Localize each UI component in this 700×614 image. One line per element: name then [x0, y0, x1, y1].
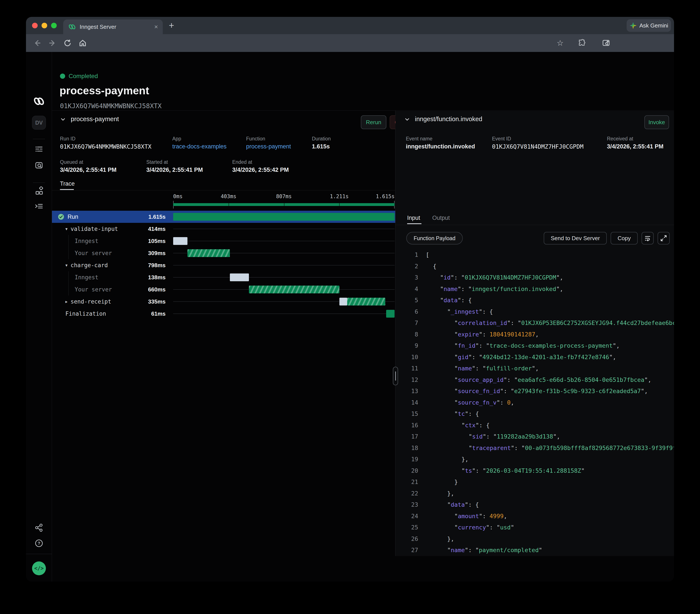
close-window-button[interactable]	[32, 23, 38, 28]
back-button[interactable]	[31, 34, 43, 52]
sidebar-item-apps[interactable]	[26, 187, 52, 195]
invoke-button[interactable]: Invoke	[645, 115, 669, 129]
code-line: 15"tc": {	[396, 409, 674, 421]
run-section-title: process-payment	[71, 116, 119, 123]
share-button[interactable]	[26, 523, 52, 532]
event-name-value: inngest/function.invoked	[406, 143, 475, 150]
line-number: 25	[400, 524, 418, 531]
field-label: Ended at	[232, 159, 252, 165]
trace-row-inngest[interactable]: Inngest105ms	[52, 235, 395, 247]
line-number: 1	[400, 252, 418, 258]
new-tab-button[interactable]: +	[169, 22, 174, 29]
trace-step-bars	[173, 271, 395, 283]
bookmark-button[interactable]: ☆	[554, 34, 566, 52]
home-button[interactable]	[77, 34, 89, 52]
run-status: Completed	[60, 73, 98, 80]
inngest-app: DV	[26, 52, 674, 581]
trace-row-inngest[interactable]: Inngest138ms	[52, 271, 395, 283]
function-link[interactable]: process-payment	[246, 143, 291, 150]
copy-button[interactable]: Copy	[611, 232, 638, 244]
word-wrap-button[interactable]	[641, 232, 654, 244]
line-number: 12	[400, 376, 418, 383]
axis-tick: 0ms	[173, 193, 183, 200]
line-number: 8	[400, 331, 418, 338]
event-section-header[interactable]: inngest/function.invoked	[404, 116, 482, 123]
sidebar-item-events[interactable]	[26, 161, 52, 170]
reload-button[interactable]	[61, 34, 74, 52]
rerun-button[interactable]: Rerun	[361, 115, 386, 129]
browser-window: Inngest Server × + Ask Gemini	[26, 17, 674, 581]
code-line: 4"name": "inngest/function.invoked",	[396, 284, 674, 296]
code-line: 21}	[396, 477, 674, 489]
trace-row-charge-card[interactable]: ▾charge-card798ms	[52, 259, 395, 271]
sidebar-item-runs[interactable]	[26, 144, 52, 154]
workspace-badge-label: DV	[32, 116, 46, 130]
code-line: 18"traceparent": "00-a073fb598bfff8af829…	[396, 443, 674, 455]
extensions-button[interactable]	[576, 34, 588, 52]
minimize-window-button[interactable]	[41, 23, 47, 28]
workspace-badge[interactable]: DV	[26, 116, 52, 130]
sidebar: DV	[26, 52, 52, 581]
share-icon	[34, 523, 43, 532]
line-number: 16	[400, 422, 418, 428]
run-detail-panel: process-payment Rerun Cancel Run ID 01KJ…	[52, 110, 395, 556]
line-number: 22	[400, 490, 418, 497]
line-number: 7	[400, 320, 418, 326]
code-line: 11"name": "fulfill-order",	[396, 364, 674, 375]
code-line: 12"source_app_id": "eea6afc5-e66d-5b26-8…	[396, 375, 674, 387]
trace-row-finalization[interactable]: Finalization61ms	[52, 308, 395, 320]
trace-step-duration: 798ms	[52, 259, 166, 271]
apps-icon	[34, 187, 43, 195]
help-button[interactable]: ?	[26, 539, 52, 548]
panel-resize-handle[interactable]	[393, 367, 398, 385]
trace-step-duration: 61ms	[52, 308, 166, 320]
trace-row-your-server[interactable]: Your server660ms	[52, 283, 395, 295]
browser-tab[interactable]: Inngest Server ×	[63, 20, 163, 34]
home-icon	[78, 39, 87, 47]
trace-step-bars	[173, 295, 395, 308]
trace-minimap[interactable]	[173, 201, 395, 208]
close-tab-icon[interactable]: ×	[154, 24, 158, 30]
sidebar-item-stream[interactable]	[26, 202, 52, 211]
payload-code: 1[2{3"id": "01KJX6Q7V81N4DMZ7HFJ0CGPDM",…	[396, 250, 674, 556]
side-search-button[interactable]	[600, 34, 612, 52]
inngest-logo[interactable]	[26, 97, 52, 106]
line-number: 27	[400, 547, 418, 553]
line-number: 24	[400, 513, 418, 520]
trace-row-run[interactable]: Run1.615s	[52, 211, 395, 223]
function-payload-chip[interactable]: Function Payload	[406, 232, 463, 244]
trace-axis: 0ms 403ms 807ms 1.211s 1.615s	[173, 193, 395, 200]
trace-tab-underline	[60, 189, 74, 190]
send-to-dev-server-button[interactable]: Send to Dev Server	[544, 232, 607, 244]
started-at-value: 3/4/2026, 2:55:41 PM	[146, 167, 203, 173]
ask-gemini-button[interactable]: Ask Gemini	[627, 19, 671, 32]
maximize-window-button[interactable]	[51, 23, 57, 28]
trace-row-your-server[interactable]: Your server309ms	[52, 247, 395, 259]
field-label: Run ID	[60, 136, 76, 142]
line-number: 13	[400, 388, 418, 394]
app-link[interactable]: trace-docs-examples	[172, 143, 227, 150]
forward-button[interactable]	[46, 34, 59, 52]
trace-step-bars	[173, 259, 395, 271]
dev-tools-button[interactable]: </>	[26, 561, 52, 575]
tab-input[interactable]: Input	[407, 215, 420, 221]
ended-at-value: 3/4/2026, 2:55:42 PM	[232, 167, 289, 173]
run-section-header[interactable]: process-payment	[60, 116, 119, 123]
tab-output[interactable]: Output	[432, 215, 450, 221]
axis-tick: 403ms	[221, 193, 236, 200]
code-line: 9"fn_id": "trace-docs-examples-process-p…	[396, 341, 674, 353]
trace-row-validate-input[interactable]: ▾validate-input414ms	[52, 223, 395, 235]
trace-step-duration: 138ms	[52, 271, 166, 283]
tab-trace[interactable]: Trace	[60, 180, 75, 187]
code-line: 22},	[396, 489, 674, 500]
line-number: 19	[400, 456, 418, 463]
code-line: 26},	[396, 534, 674, 546]
back-icon	[33, 39, 41, 47]
field-label: App	[172, 136, 181, 142]
expand-button[interactable]	[658, 232, 670, 244]
browser-toolbar: localhost:8288/run?runID=01KJX6Q7W64NMKM…	[26, 34, 674, 52]
bookmark-star-icon: ☆	[557, 39, 564, 48]
trace-step-duration: 1.615s	[52, 211, 166, 223]
code-line: 10"gid": "4924bd12-13de-4201-a31e-fb7f42…	[396, 353, 674, 364]
trace-row-send-receipt[interactable]: ▸send-receipt335ms	[52, 295, 395, 308]
